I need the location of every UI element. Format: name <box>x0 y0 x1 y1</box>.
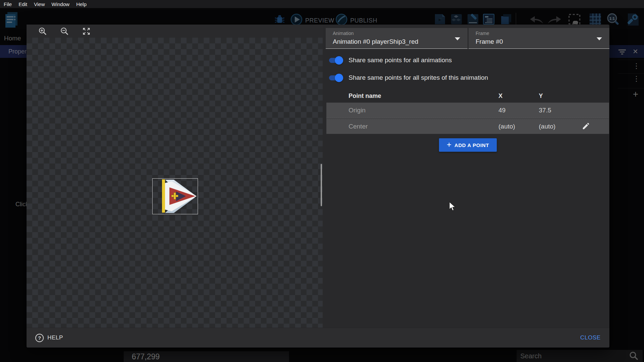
frame-select-value: Frame #0 <box>476 38 503 45</box>
point-x-cell[interactable]: 49 <box>498 107 506 114</box>
points-table-header: Point name X Y <box>326 91 609 103</box>
edit-pencil-icon[interactable] <box>582 122 590 130</box>
fit-to-screen-icon[interactable] <box>82 27 91 36</box>
toggle-row: Share same points for all animations <box>328 54 452 66</box>
sprite-selection-box[interactable] <box>152 178 198 214</box>
point-y-cell[interactable]: 37.5 <box>539 107 551 114</box>
frame-select-label: Frame <box>476 31 489 36</box>
share-points-all-sprites-toggle[interactable] <box>328 74 343 82</box>
add-point-button[interactable]: + ADD A POINT <box>439 138 497 152</box>
toggle-label: Share same points for all sprites of thi… <box>349 74 488 81</box>
add-point-label: ADD A POINT <box>454 142 489 148</box>
point-name-cell[interactable]: Center <box>349 123 368 130</box>
chevron-down-icon <box>455 37 460 40</box>
help-button[interactable]: ? HELP <box>35 334 63 342</box>
menu-view[interactable]: View <box>34 1 45 7</box>
canvas-scrollbar[interactable] <box>321 164 322 206</box>
help-icon: ? <box>35 334 44 342</box>
animation-select[interactable]: Animation Animation #0 playerShip3_red <box>326 28 468 49</box>
table-row-origin[interactable]: Origin 49 37.5 <box>326 103 609 118</box>
x-header: X <box>498 93 502 100</box>
point-name-header: Point name <box>349 93 381 100</box>
sprite-canvas[interactable] <box>27 38 323 328</box>
point-x-cell[interactable]: (auto) <box>498 123 515 130</box>
share-points-all-animations-toggle[interactable] <box>328 56 343 65</box>
menu-window[interactable]: Window <box>51 1 69 7</box>
screen: File Edit View Window Help <box>0 0 644 362</box>
frame-select[interactable]: Frame Frame #0 <box>469 28 609 49</box>
ship-sprite <box>153 179 198 214</box>
zoom-in-icon[interactable] <box>38 27 47 36</box>
animation-select-value: Animation #0 playerShip3_red <box>333 38 418 45</box>
dialog-footer: ? HELP CLOSE <box>27 328 609 348</box>
toggle-label: Share same points for all animations <box>349 57 452 64</box>
edit-points-dialog: Animation Animation #0 playerShip3_red F… <box>27 25 609 348</box>
menu-help[interactable]: Help <box>76 1 87 7</box>
point-y-cell[interactable]: (auto) <box>539 123 556 130</box>
canvas-toolbar <box>27 25 323 38</box>
toggle-row: Share same points for all sprites of thi… <box>328 72 488 84</box>
menu-bar: File Edit View Window Help <box>0 0 644 8</box>
menu-edit[interactable]: Edit <box>18 1 27 7</box>
point-name-cell[interactable]: Origin <box>349 107 366 114</box>
menu-file[interactable]: File <box>4 1 12 7</box>
zoom-out-icon[interactable] <box>60 27 69 36</box>
table-row-center[interactable]: Center (auto) (auto) <box>326 119 609 134</box>
plus-icon: + <box>447 141 451 149</box>
y-header: Y <box>539 93 543 100</box>
chevron-down-icon <box>597 37 602 40</box>
animation-select-label: Animation <box>333 31 354 36</box>
help-label: HELP <box>47 334 63 341</box>
close-button[interactable]: CLOSE <box>580 334 601 341</box>
